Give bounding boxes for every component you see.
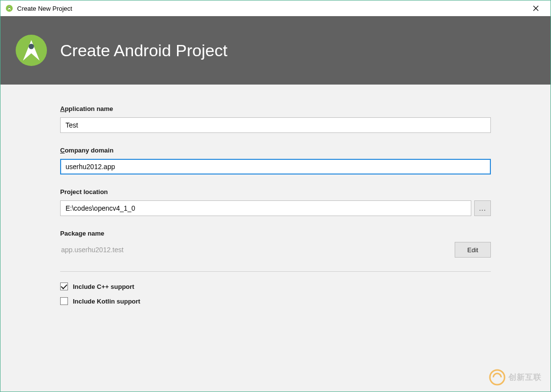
application-name-input[interactable]: [60, 117, 491, 133]
watermark: 创新互联: [489, 369, 542, 386]
android-studio-icon: [5, 4, 13, 12]
close-button[interactable]: [526, 0, 546, 16]
include-cpp-label: Include C++ support: [73, 283, 134, 290]
svg-point-1: [9, 7, 10, 8]
include-cpp-row: Include C++ support: [60, 283, 491, 290]
edit-package-button[interactable]: Edit: [455, 242, 491, 258]
project-location-input[interactable]: [60, 200, 471, 216]
project-location-group: Project location ...: [60, 188, 491, 216]
svg-point-5: [29, 44, 34, 49]
package-name-label: Package name: [60, 230, 491, 237]
form-content: Application name Company domain Project …: [0, 85, 551, 392]
browse-button[interactable]: ...: [474, 200, 491, 216]
svg-point-6: [490, 370, 505, 385]
include-kotlin-label: Include Kotlin support: [73, 298, 140, 305]
watermark-icon: [489, 369, 506, 386]
titlebar: Create New Project: [0, 0, 551, 16]
application-name-group: Application name: [60, 105, 491, 133]
project-location-label: Project location: [60, 188, 491, 196]
company-domain-label: Company domain: [60, 147, 491, 154]
include-kotlin-row: Include Kotlin support: [60, 297, 491, 305]
package-name-value: app.userhu2012.test: [60, 243, 125, 257]
window-title: Create New Project: [17, 5, 526, 12]
close-icon: [533, 5, 539, 11]
android-studio-logo-icon: [14, 33, 48, 67]
company-domain-group: Company domain: [60, 147, 491, 174]
package-name-group: Package name app.userhu2012.test Edit: [60, 230, 491, 258]
divider: [60, 271, 491, 272]
company-domain-input[interactable]: [60, 159, 491, 174]
watermark-text: 创新互联: [508, 372, 542, 383]
include-cpp-checkbox[interactable]: [60, 283, 68, 290]
header: Create Android Project: [0, 16, 551, 85]
include-kotlin-checkbox[interactable]: [60, 297, 68, 305]
application-name-label: Application name: [60, 105, 491, 112]
page-title: Create Android Project: [60, 41, 227, 60]
